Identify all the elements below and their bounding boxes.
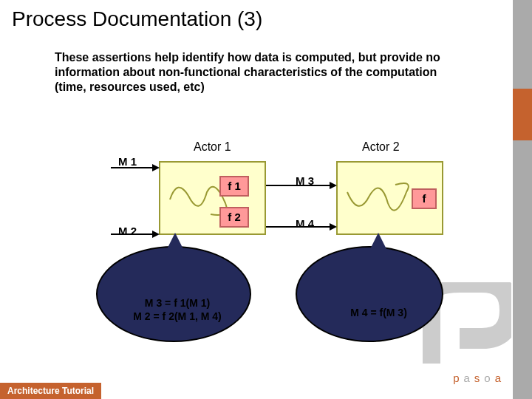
arrow-m2-head-icon: [152, 231, 160, 238]
page-title: Process Documentation (3): [12, 7, 262, 31]
callout-right-line1: M 4 = f(M 3): [336, 307, 421, 320]
brand-s: s: [474, 372, 485, 384]
arrow-m2: [111, 233, 154, 235]
callout-right-text: M 4 = f(M 3): [336, 307, 421, 320]
arrow-m4-head-icon: [330, 223, 337, 231]
callout-left-tail-icon: [166, 233, 184, 250]
brand-text: pasoa: [453, 372, 505, 384]
func-f1-box: f 1: [219, 176, 249, 197]
callout-left-text: M 3 = f 1(M 1) M 2 = f 2(M 1, M 4): [122, 297, 233, 323]
actor2-label: Actor 2: [362, 140, 400, 154]
arrow-m1: [111, 167, 154, 168]
side-stripe-accent: [513, 89, 532, 140]
brand-o: o: [484, 372, 494, 384]
brand-p: p: [453, 372, 463, 384]
actor2-squiggle-icon: [344, 174, 417, 225]
side-stripe: [513, 0, 532, 399]
footer-label: Architecture Tutorial: [0, 383, 101, 399]
msg-m2-label: M 2: [118, 225, 137, 237]
callout-left-bubble: [96, 246, 251, 342]
arrow-m1-head-icon: [152, 164, 160, 171]
msg-m4-label: M 4: [296, 217, 314, 230]
callout-right-tail-icon: [369, 233, 387, 250]
arrow-m3-head-icon: [330, 182, 337, 189]
callout-right-bubble: [296, 246, 443, 342]
func-f-box: f: [412, 188, 437, 209]
brand-a: a: [463, 372, 474, 384]
arrow-m4: [266, 226, 331, 228]
arrow-m3: [266, 185, 331, 186]
func-f2-box: f 2: [219, 207, 249, 228]
description-text: These assertions help identify how data …: [55, 50, 468, 95]
actor1-label: Actor 1: [194, 140, 231, 154]
msg-m1-label: M 1: [118, 155, 137, 168]
callout-left-line1: M 3 = f 1(M 1): [122, 297, 233, 310]
brand-a2: a: [495, 372, 505, 384]
callout-left-line2: M 2 = f 2(M 1, M 4): [122, 310, 233, 324]
